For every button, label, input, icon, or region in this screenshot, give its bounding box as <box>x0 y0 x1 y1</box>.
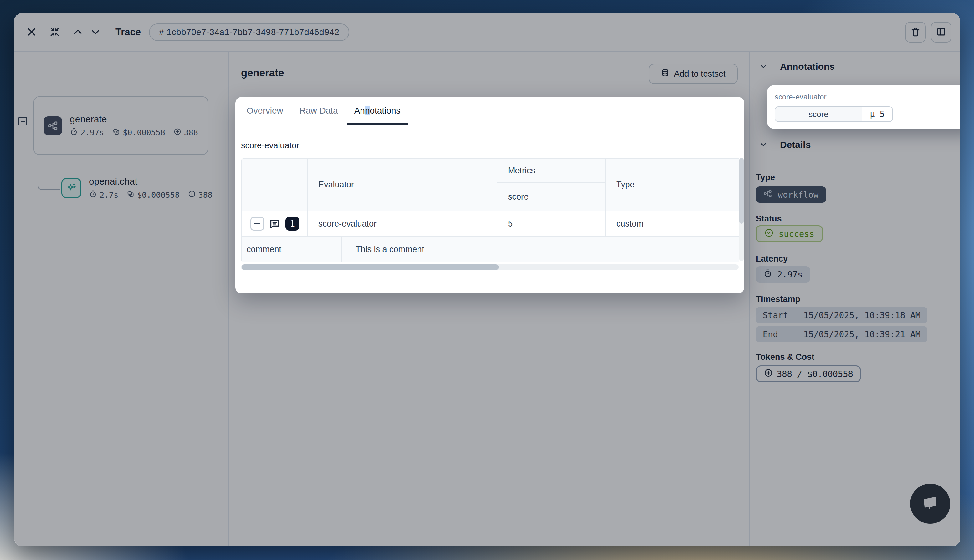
metric-aggregate-value: μ 5 <box>862 107 892 122</box>
comment-sub-row: comment This is a comment <box>242 236 739 262</box>
table-horizontal-scrollbar[interactable] <box>241 264 739 270</box>
row-evaluator-cell: score-evaluator <box>308 211 497 236</box>
evaluator-column-header: Evaluator <box>308 158 497 210</box>
metrics-header-label: Metrics <box>497 158 605 183</box>
comment-icon[interactable] <box>269 217 281 230</box>
metric-name: score <box>775 107 862 122</box>
annotations-table: Evaluator Metrics score Type <box>241 158 739 261</box>
popover-evaluator-label: score-evaluator <box>775 93 960 102</box>
metric-name-subheader: score <box>497 183 605 210</box>
row-type-cell: custom <box>605 211 739 236</box>
desktop-background: Trace # 1cbb70e7-34a1-7bb7-3498-771b7d46… <box>0 0 974 560</box>
span-detail-card: Overview Raw Data Annotations score-eval… <box>235 97 744 293</box>
comment-key-cell: comment <box>242 237 342 262</box>
type-column-header: Type <box>605 158 739 210</box>
tab-raw-data[interactable]: Raw Data <box>293 97 345 125</box>
table-row: 1 score-evaluator 5 custom <box>242 210 739 236</box>
comment-count-badge: 1 <box>285 217 299 230</box>
text-selection-highlight: n <box>365 106 370 115</box>
annotation-popover: score-evaluator score μ 5 <box>767 85 960 129</box>
scrollbar-thumb[interactable] <box>739 158 744 224</box>
collapse-row-button[interactable] <box>250 217 264 230</box>
metrics-column-header: Metrics score <box>497 158 605 210</box>
table-header-row: Evaluator Metrics score Type <box>242 158 739 210</box>
scrollbar-thumb[interactable] <box>242 264 499 270</box>
table-vertical-scrollbar[interactable] <box>739 158 744 261</box>
tab-label: Raw Data <box>300 106 338 116</box>
controls-column-header <box>242 158 308 210</box>
row-score-cell: 5 <box>497 211 605 236</box>
tab-label: Annotations <box>354 106 400 116</box>
tab-overview[interactable]: Overview <box>240 97 290 125</box>
score-metric-pill[interactable]: score μ 5 <box>775 107 893 122</box>
span-tabs: Overview Raw Data Annotations <box>235 97 744 125</box>
trace-drawer-window: Trace # 1cbb70e7-34a1-7bb7-3498-771b7d46… <box>14 13 960 546</box>
tab-label: Overview <box>247 106 283 116</box>
comment-value-cell: This is a comment <box>342 237 739 262</box>
tab-annotations[interactable]: Annotations <box>347 97 407 125</box>
evaluator-section-title: score-evaluator <box>241 141 299 150</box>
